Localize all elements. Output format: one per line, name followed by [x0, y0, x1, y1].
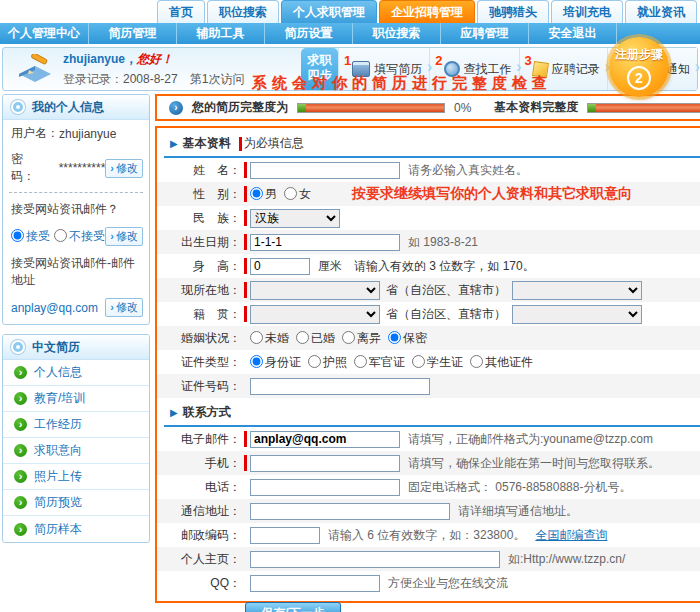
- gender-female-option[interactable]: 女: [284, 186, 311, 203]
- location-province-select[interactable]: [250, 281, 380, 300]
- contact-section-header: ▶ 联系方式: [157, 402, 700, 423]
- name-label: 姓 名：: [157, 162, 241, 179]
- sub-nav-bar: 个人管理中心 简历管理 辅助工具 简历设置 职位搜索 应聘管理 安全退出: [0, 23, 700, 44]
- tab-job-search[interactable]: 职位搜索: [207, 0, 279, 23]
- green-arrow-icon: ›: [14, 366, 27, 379]
- sidebar-item-work-experience[interactable]: › 工作经历: [3, 412, 149, 438]
- id-type-other-option[interactable]: 其他证件: [470, 354, 533, 371]
- phone-input[interactable]: [250, 479, 400, 496]
- sidebar-item-personal-info[interactable]: › 个人信息: [3, 360, 149, 386]
- sidebar-item-job-intention[interactable]: › 求职意向: [3, 438, 149, 464]
- id-type-idcard-option[interactable]: 身份证: [250, 354, 301, 371]
- id-type-passport-radio[interactable]: [308, 355, 321, 368]
- reject-radio[interactable]: [54, 229, 67, 242]
- sidebar-item-education[interactable]: › 教育/培训: [3, 386, 149, 412]
- id-type-military-option[interactable]: 军官证: [354, 354, 405, 371]
- email-input[interactable]: [250, 431, 400, 448]
- marital-secret-option[interactable]: 保密: [388, 330, 427, 347]
- ethnic-select[interactable]: 汉族: [250, 209, 340, 228]
- sidebar-item-label: 简历预览: [34, 494, 82, 511]
- required-marker: [244, 455, 247, 471]
- mail-accept-row: 接受 不接受 ›修改: [3, 222, 149, 250]
- gender-female-radio[interactable]: [284, 187, 297, 200]
- nav-resume-settings[interactable]: 简历设置: [265, 23, 353, 44]
- tab-enterprise-recruit-management[interactable]: 企业招聘管理: [379, 0, 475, 23]
- steps-tab-line1: 求职: [301, 53, 338, 68]
- sidebar-item-resume-sample[interactable]: › 简历样本: [3, 516, 149, 542]
- id-type-student-option[interactable]: 学生证: [412, 354, 463, 371]
- greeting-block: zhujianyue，您好！ 登录记录：2008-8-27 第1次访问: [63, 51, 244, 88]
- id-number-input[interactable]: [250, 378, 430, 395]
- native-mid-text: 省（自治区、直辖市）: [386, 306, 506, 323]
- spacer: [244, 503, 247, 519]
- gender-male-option[interactable]: 男: [250, 186, 277, 203]
- accept-radio[interactable]: [11, 229, 24, 242]
- address-input[interactable]: [250, 503, 450, 520]
- marital-secret-radio[interactable]: [388, 331, 401, 344]
- marital-divorced-radio[interactable]: [342, 331, 355, 344]
- qq-input[interactable]: [250, 575, 380, 592]
- nav-personal-center[interactable]: 个人管理中心: [0, 23, 89, 44]
- mail-question-label: 接受网站资讯邮件？: [11, 201, 119, 218]
- homepage-input[interactable]: [250, 551, 500, 568]
- gender-male-radio[interactable]: [250, 187, 263, 200]
- mail-address-label: 接受网站资讯邮件-邮件地址: [11, 255, 143, 289]
- id-type-idcard-radio[interactable]: [250, 355, 263, 368]
- mobile-input[interactable]: [250, 455, 400, 472]
- birth-input[interactable]: [250, 234, 400, 251]
- username-value: zhujianyue: [59, 127, 116, 141]
- id-type-passport-option[interactable]: 护照: [308, 354, 347, 371]
- nav-logout[interactable]: 安全退出: [529, 23, 617, 44]
- tab-training[interactable]: 培训充电: [551, 0, 623, 23]
- tab-employment-news[interactable]: 就业资讯: [625, 0, 697, 23]
- save-next-button[interactable]: 保存/下一步: [245, 602, 341, 612]
- required-note: 为必填信息: [244, 135, 304, 152]
- nav-resume-management[interactable]: 简历管理: [89, 23, 177, 44]
- id-type-military-radio[interactable]: [354, 355, 367, 368]
- email-row: 电子邮件： 请填写，正确邮件格式为:youname@tzzp.com: [157, 427, 700, 451]
- register-step-badge[interactable]: 注册步骤 2: [609, 37, 669, 97]
- marital-single-option[interactable]: 未婚: [250, 330, 289, 347]
- marital-single-radio[interactable]: [250, 331, 263, 344]
- zip-input[interactable]: [250, 527, 320, 544]
- email-hint: 请填写，正确邮件格式为:youname@tzzp.com: [408, 431, 653, 448]
- green-arrow-icon: ›: [14, 496, 27, 509]
- height-row: 身 高： 厘米 请输入有效的 3 位数字，如 170。: [157, 254, 700, 278]
- id-type-other-radio[interactable]: [470, 355, 483, 368]
- spacer: [244, 551, 247, 567]
- qq-row: QQ： 方便企业与您在线交流: [157, 571, 700, 595]
- location-city-select[interactable]: [512, 281, 642, 300]
- bullet-icon: [11, 340, 25, 354]
- modify-mail-address-button[interactable]: ›修改: [105, 298, 143, 317]
- zip-lookup-link[interactable]: 全国邮编查询: [535, 527, 607, 544]
- nav-position-search[interactable]: 职位搜索: [353, 23, 441, 44]
- native-city-select[interactable]: [512, 305, 642, 324]
- marital-row: 婚姻状况： 未婚 已婚 离异 保密: [157, 326, 700, 350]
- height-input[interactable]: [250, 258, 310, 275]
- mobile-label: 手机：: [157, 455, 241, 472]
- modify-mail-option-button[interactable]: ›修改: [105, 227, 143, 246]
- sidebar-item-label: 个人信息: [34, 364, 82, 381]
- nav-apply-management[interactable]: 应聘管理: [441, 23, 529, 44]
- native-label: 籍 贯：: [157, 306, 241, 323]
- reject-radio-label[interactable]: 不接受: [54, 228, 105, 245]
- spacer: [244, 527, 247, 543]
- marital-divorced-option[interactable]: 离异: [342, 330, 381, 347]
- green-arrow-icon: ›: [14, 444, 27, 457]
- name-row: 姓 名： 请务必输入真实姓名。: [157, 158, 700, 182]
- native-province-select[interactable]: [250, 305, 380, 324]
- nav-assist-tools[interactable]: 辅助工具: [177, 23, 265, 44]
- sidebar-item-photo-upload[interactable]: › 照片上传: [3, 464, 149, 490]
- name-input[interactable]: [250, 162, 400, 179]
- sidebar-item-resume-preview[interactable]: › 简历预览: [3, 490, 149, 516]
- marital-married-radio[interactable]: [296, 331, 309, 344]
- tab-personal-job-management[interactable]: 个人求职管理: [281, 0, 377, 23]
- required-marker: [244, 258, 247, 274]
- tab-home[interactable]: 首页: [157, 0, 205, 23]
- accept-radio-label[interactable]: 接受: [11, 228, 50, 245]
- username-row: 用户名： zhujianyue: [3, 120, 149, 146]
- id-type-student-radio[interactable]: [412, 355, 425, 368]
- tab-headhunting[interactable]: 驰骋猎头: [477, 0, 549, 23]
- marital-married-option[interactable]: 已婚: [296, 330, 335, 347]
- modify-password-button[interactable]: ›修改: [105, 159, 143, 178]
